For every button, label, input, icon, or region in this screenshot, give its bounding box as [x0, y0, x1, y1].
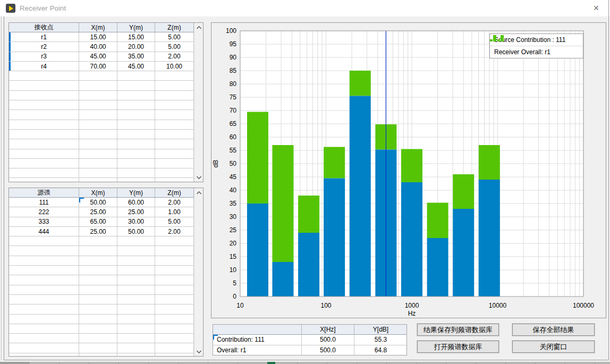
overall-bar — [479, 145, 500, 180]
receiver-table-panel: 接收点X(m)Y(m)Z(m)r115.0015.005.00r240.0020… — [9, 22, 204, 182]
table-row[interactable]: r345.0035.002.00 — [9, 52, 194, 62]
table-row[interactable]: r470.0045.0010.00 — [9, 62, 194, 71]
scroll-up-icon[interactable] — [194, 23, 203, 32]
empty-cell — [117, 334, 155, 343]
x-tick-label: 10 — [236, 302, 244, 309]
table-cell[interactable]: 444 — [9, 227, 79, 236]
table-cell[interactable]: 25.00 — [117, 207, 155, 217]
table-cell[interactable]: r4 — [9, 62, 79, 71]
save-all-results-button[interactable]: 保存全部结果 — [512, 324, 595, 336]
column-header[interactable]: Y(m) — [117, 188, 155, 198]
window-left-border — [4, 16, 4, 360]
source-table-scrollbar[interactable] — [194, 188, 203, 356]
table-cell[interactable]: 35.00 — [117, 52, 155, 62]
table-cell[interactable]: 64.8 — [354, 345, 407, 355]
empty-cell — [155, 91, 194, 100]
empty-cell — [79, 159, 117, 168]
close-icon[interactable]: × — [588, 1, 605, 15]
column-header[interactable]: Y[dB] — [354, 325, 407, 335]
table-cell[interactable]: 5.00 — [155, 217, 194, 227]
empty-cell — [117, 91, 155, 100]
table-cell[interactable]: 111 — [9, 198, 79, 207]
table-row[interactable]: 22225.0025.001.00 — [9, 207, 194, 217]
table-cell[interactable]: r3 — [9, 52, 79, 62]
empty-row — [9, 178, 194, 182]
table-cell[interactable]: r1 — [9, 32, 79, 42]
table-cell[interactable]: 2.00 — [155, 198, 194, 207]
y-tick-label: 100 — [226, 27, 236, 35]
table-row[interactable]: r240.0020.005.00 — [9, 42, 194, 52]
table-cell[interactable]: 15.00 — [117, 32, 155, 42]
empty-row — [9, 343, 194, 353]
table-row[interactable]: 11150.0060.002.00 — [9, 198, 194, 207]
open-spectrum-db-button[interactable]: 打开频谱数据库 — [417, 341, 499, 353]
table-cell[interactable]: r2 — [9, 42, 79, 52]
table-cell[interactable]: 5.00 — [155, 32, 194, 42]
table-cell[interactable]: 500.0 — [302, 345, 354, 355]
column-header[interactable]: X[Hz] — [302, 325, 354, 335]
column-header[interactable]: X(m) — [79, 188, 117, 198]
column-header[interactable]: Z(m) — [155, 188, 194, 198]
overall-bar — [272, 145, 293, 262]
scroll-down-icon[interactable] — [194, 347, 203, 356]
save-to-spectrum-db-button[interactable]: 结果保存到频谱数据库 — [417, 324, 499, 336]
table-cell[interactable]: Overall: r1 — [213, 345, 302, 355]
scroll-down-icon[interactable] — [194, 173, 203, 182]
table-cell[interactable]: 25.00 — [79, 207, 117, 217]
table-cell[interactable]: 20.00 — [117, 42, 155, 52]
empty-cell — [9, 353, 79, 356]
table-cell[interactable]: 2.00 — [155, 227, 194, 236]
table-row[interactable]: Contribution: 111500.055.3 — [213, 335, 407, 345]
y-tick-label: 0 — [233, 293, 236, 300]
column-header[interactable] — [213, 325, 302, 335]
table-cell[interactable]: 50.00 — [117, 227, 155, 236]
empty-cell — [155, 168, 194, 178]
table-header-row: X[Hz]Y[dB] — [213, 325, 407, 335]
table-cell[interactable]: 65.00 — [79, 217, 117, 227]
table-cell[interactable]: 70.00 — [79, 62, 117, 71]
table-cell[interactable]: 1.00 — [155, 207, 194, 217]
y-tick-label: 70 — [230, 107, 237, 114]
scroll-up-icon[interactable] — [194, 188, 203, 197]
table-row[interactable]: Overall: r1500.064.8 — [213, 345, 407, 355]
background-window-edge — [1, 16, 2, 360]
empty-cell — [79, 139, 117, 149]
column-header[interactable]: 源强 — [9, 188, 79, 198]
column-header[interactable]: Y(m) — [117, 23, 155, 32]
close-window-button[interactable]: 关闭窗口 — [512, 341, 595, 353]
table-cell[interactable]: 40.00 — [79, 42, 117, 52]
column-header[interactable]: Z(m) — [155, 23, 194, 32]
y-tick-label: 45 — [230, 173, 237, 181]
spectrum-chart[interactable]: 0510152025303540455055606570758085909510… — [211, 23, 606, 318]
legend-label: Source Contribution : 111 — [494, 36, 565, 44]
table-cell[interactable]: Contribution: 111 — [213, 335, 302, 345]
table-cell[interactable]: 222 — [9, 207, 79, 217]
table-cell[interactable]: 15.00 — [79, 32, 117, 42]
table-cell[interactable]: 60.00 — [117, 198, 155, 207]
table-cell[interactable]: 45.00 — [117, 62, 155, 71]
table-cell[interactable]: 25.00 — [79, 227, 117, 236]
legend-item-contribution[interactable]: Source Contribution : 111 — [490, 34, 583, 46]
table-cell[interactable]: 50.00 — [79, 198, 117, 207]
table-row[interactable]: r115.0015.005.00 — [9, 32, 194, 42]
table-row[interactable]: 33365.0030.005.00 — [9, 217, 194, 227]
receiver-table-scrollbar[interactable] — [194, 23, 203, 182]
empty-cell — [155, 246, 194, 256]
table-header-row: 源强X(m)Y(m)Z(m) — [9, 188, 194, 198]
table-row[interactable]: 44425.0050.002.00 — [9, 227, 194, 236]
table-cell[interactable]: 500.0 — [302, 335, 354, 345]
empty-cell — [155, 81, 194, 90]
column-header[interactable]: 接收点 — [9, 23, 79, 32]
table-cell[interactable]: 2.00 — [155, 52, 194, 62]
table-cell[interactable]: 45.00 — [79, 52, 117, 62]
bar-plot-style-icon[interactable] — [490, 34, 504, 42]
table-cell[interactable]: 55.3 — [354, 335, 407, 345]
table-cell[interactable]: 333 — [9, 217, 79, 227]
legend-item-overall[interactable]: Receiver Overall: r1 — [490, 46, 583, 58]
empty-cell — [79, 334, 117, 343]
y-tick-label: 60 — [230, 133, 237, 141]
table-cell[interactable]: 30.00 — [117, 217, 155, 227]
table-cell[interactable]: 5.00 — [155, 42, 194, 52]
table-cell[interactable]: 10.00 — [155, 62, 194, 71]
column-header[interactable]: X(m) — [79, 23, 117, 32]
